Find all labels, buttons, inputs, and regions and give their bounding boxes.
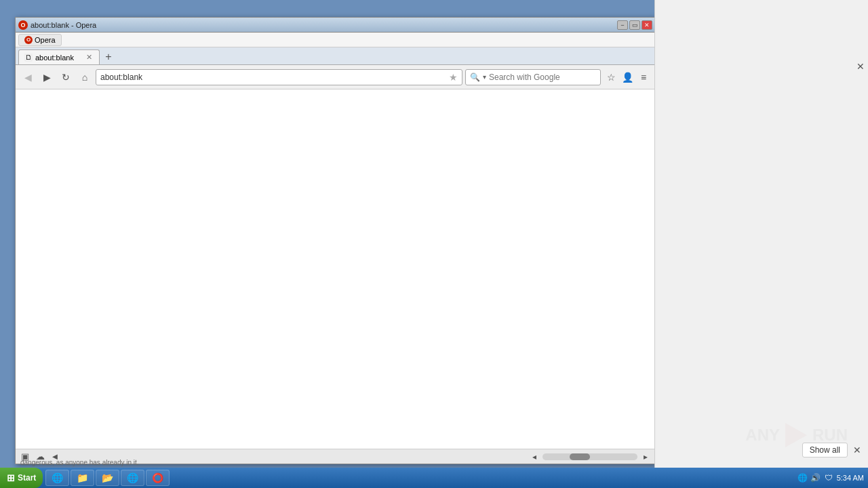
scroll-track[interactable] xyxy=(542,453,637,460)
show-all-button[interactable]: Show all xyxy=(802,443,848,458)
new-tab-button[interactable]: + xyxy=(101,49,116,64)
scroll-right-button[interactable]: ▸ xyxy=(640,451,651,462)
home-button[interactable]: ⌂ xyxy=(77,69,93,85)
taskbar-ie-icon: 🌐 xyxy=(52,472,63,483)
taskbar-firefox-icon: 🌐 xyxy=(127,472,138,483)
search-dropdown-icon[interactable]: ▾ xyxy=(483,73,486,81)
bookmarks-button[interactable]: ☆ xyxy=(604,70,618,85)
opera-favicon-icon: O xyxy=(18,20,28,30)
close-window-button[interactable]: ✕ xyxy=(642,20,652,30)
windows-icon: ⊞ xyxy=(7,472,15,483)
search-icon: 🔍 xyxy=(470,73,480,82)
taskbar-item-opera[interactable]: ⭕ xyxy=(146,470,170,486)
anyrun-logo-text: ANY xyxy=(745,426,780,445)
scroll-left-button[interactable]: ◂ xyxy=(529,451,540,462)
minimize-button[interactable]: − xyxy=(617,20,628,30)
taskbar-item-ie[interactable]: 🌐 xyxy=(45,470,69,486)
address-input[interactable] xyxy=(100,73,446,82)
bookmark-star-icon[interactable]: ★ xyxy=(449,72,458,83)
system-clock: 5:34 AM xyxy=(837,474,864,482)
taskbar-opera-icon: ⭕ xyxy=(152,472,163,483)
tab-label: about:blank xyxy=(35,54,74,62)
taskbar-explorer-icon: 📂 xyxy=(102,472,113,483)
taskbar: ⊞ Start 🌐 📁 📂 🌐 ⭕ xyxy=(0,468,868,488)
scroll-thumb xyxy=(570,453,590,460)
opera-logo-icon: O xyxy=(24,36,33,44)
restore-button[interactable]: ▭ xyxy=(629,20,640,30)
taskbar-item-explorer[interactable]: 📂 xyxy=(96,470,119,486)
right-panel: ✕ ANY RUN Show all ✕ xyxy=(654,0,868,488)
window-title: about:blank - Opera xyxy=(31,21,96,29)
anyrun-text: RUN xyxy=(812,426,848,445)
start-button[interactable]: ⊞ Start xyxy=(0,468,43,488)
browser-content xyxy=(16,89,655,449)
back-button[interactable]: ◀ xyxy=(20,69,36,85)
show-all-bar: Show all ✕ xyxy=(802,443,861,458)
forward-button[interactable]: ▶ xyxy=(39,69,55,85)
tray-volume-icon[interactable]: 🔊 xyxy=(810,472,821,483)
address-bar[interactable]: ★ xyxy=(96,69,462,85)
browser-tab[interactable]: 🗋 about:blank ✕ xyxy=(18,49,100,64)
taskbar-item-folder[interactable]: 📁 xyxy=(71,470,94,486)
tab-favicon-icon: 🗋 xyxy=(24,54,33,62)
tab-close-button[interactable]: ✕ xyxy=(84,53,94,62)
start-label: Start xyxy=(18,473,36,483)
navigation-bar: ◀ ▶ ↻ ⌂ ★ 🔍 ▾ ☆ 👤 ≡ xyxy=(16,65,655,89)
search-input[interactable] xyxy=(489,73,596,82)
menu-bar: O Opera xyxy=(16,33,655,47)
right-panel-close-button[interactable]: ✕ xyxy=(856,61,865,72)
tray-network-icon[interactable]: 🌐 xyxy=(797,472,808,483)
user-account-button[interactable]: 👤 xyxy=(620,70,635,85)
browser-menu-button[interactable]: ≡ xyxy=(636,70,651,85)
opera-menu-label: Opera xyxy=(35,36,56,44)
reload-button[interactable]: ↻ xyxy=(58,69,74,85)
tray-security-icon[interactable]: 🛡 xyxy=(823,472,834,483)
taskbar-item-firefox[interactable]: 🌐 xyxy=(121,470,144,486)
tab-bar: 🗋 about:blank ✕ + xyxy=(16,47,655,65)
taskbar-items: 🌐 📁 📂 🌐 ⭕ xyxy=(45,470,170,486)
browser-window: O about:blank - Opera − ▭ ✕ O Opera 🗋 xyxy=(15,17,656,464)
status-warning-text: dangerous, as anyone has already in it. xyxy=(20,459,139,466)
taskbar-folder-icon: 📁 xyxy=(77,472,88,483)
show-all-close-button[interactable]: ✕ xyxy=(853,445,861,455)
search-bar[interactable]: 🔍 ▾ xyxy=(465,69,601,85)
title-bar: O about:blank - Opera − ▭ ✕ xyxy=(16,18,655,33)
taskbar-right: 🌐 🔊 🛡 5:34 AM xyxy=(793,472,868,483)
opera-menu-button[interactable]: O Opera xyxy=(18,34,62,46)
system-tray: 🌐 🔊 🛡 xyxy=(797,472,834,483)
